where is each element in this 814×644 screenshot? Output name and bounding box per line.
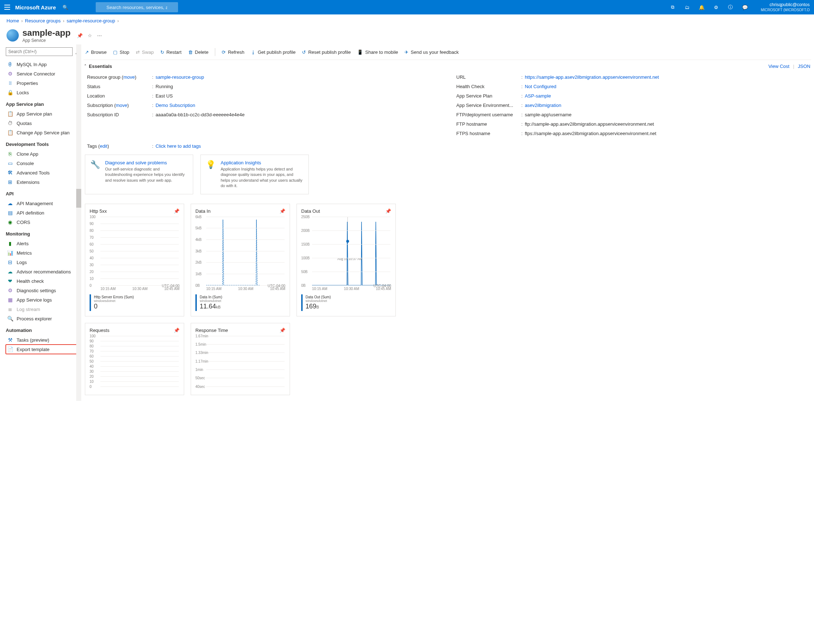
json-link[interactable]: JSON (798, 64, 810, 69)
tile-responsetime[interactable]: Response Time📌 40sec50sec1min1.17min1.33… (191, 323, 290, 395)
clone-app-icon: ⎘ (7, 151, 13, 157)
crumb-rg[interactable]: Resource groups (25, 18, 61, 23)
getpublish-button[interactable]: ⭳Get publish profile (251, 49, 296, 55)
sidebar-item-label: Export template (17, 347, 49, 352)
service-connector-icon: ⚙ (7, 71, 13, 77)
sidebar-item-advisor-recommendations[interactable]: ☁Advisor recommendations (6, 267, 80, 276)
sidebar-item-advanced-tools[interactable]: 🛠Advanced Tools (6, 168, 80, 177)
search-icon: 🔍 (63, 5, 68, 10)
notifications-icon[interactable]: 🔔 (694, 0, 709, 14)
menu-search-input[interactable] (6, 47, 73, 56)
pin-icon[interactable]: 📌 (385, 209, 391, 214)
sidebar-item-process-explorer[interactable]: 🔍Process explorer (6, 314, 80, 323)
sidebar-item-properties[interactable]: ⁝⁞Properties (6, 78, 80, 88)
tile-http5xx[interactable]: Http 5xx📌 0102030405060708090100 10:15 A… (85, 204, 184, 316)
pin-icon[interactable]: 📌 (174, 209, 179, 214)
sidebar-item-label: Quotas (17, 121, 32, 126)
plan-link[interactable]: ASP-sample (525, 93, 551, 99)
sidebar-item-service-connector[interactable]: ⚙Service Connector (6, 69, 80, 78)
sidebar-item-app-service-plan[interactable]: 📋App Service plan (6, 109, 80, 118)
y-tick: 10 (90, 379, 94, 383)
account-block[interactable]: chrisqpublic@contos MICROSOFT (MICROSOFT… (756, 2, 810, 13)
resetpublish-button[interactable]: ↺Reset publish profile (302, 49, 351, 55)
y-tick: 50 (90, 359, 94, 363)
sidebar-item-diagnostic-settings[interactable]: ⚙Diagnostic settings (6, 286, 80, 295)
crumb-home[interactable]: Home (6, 18, 19, 23)
sidebar-item-quotas[interactable]: ⏱Quotas (6, 118, 80, 128)
crumb-rgname[interactable]: sample-resource-group (66, 18, 115, 23)
y-tick: 70 (90, 349, 94, 353)
sidebar-item-mysql-in-app[interactable]: 🛢MySQL In App (6, 60, 80, 69)
sidebar-item-console[interactable]: ▭Console (6, 159, 80, 168)
sidebar-item-api-management[interactable]: ☁API Management (6, 199, 80, 208)
tile-datain[interactable]: Data In📌 0B1kB2kB3kB4kB5kB6kB 10:15 AM10… (191, 204, 290, 316)
feedback-button[interactable]: ✈Send us your feedback (405, 49, 458, 55)
menu-cat-auto: Automation (6, 328, 80, 333)
subscription-link[interactable]: Demo Subscription (156, 103, 195, 108)
tags-add-link[interactable]: Click here to add tags (156, 143, 201, 149)
sidebar-item-label: Console (17, 161, 34, 166)
ftpshost-value: ftps://sample-app.asev2ilbmigration.apps… (525, 130, 811, 137)
ftphost-value: ftp://sample-app.asev2ilbmigration.appse… (525, 121, 811, 128)
appinsights-card[interactable]: 💡 Application InsightsApplication Insigh… (201, 155, 309, 194)
menu-toggle[interactable] (4, 5, 10, 10)
viewcost-link[interactable]: View Cost (768, 64, 789, 69)
pin-icon[interactable]: 📌 (77, 33, 83, 38)
locks-icon: 🔒 (7, 90, 13, 95)
topbar: Microsoft Azure 🔍 ⧉ 🗂 🔔 ⚙ ⓘ 💬 chrisqpubl… (0, 0, 814, 14)
directories-icon[interactable]: 🗂 (680, 0, 694, 14)
diagnose-card[interactable]: 🔧 Diagnose and solve problemsOur self-se… (85, 155, 193, 194)
favorite-icon[interactable]: ☆ (88, 33, 92, 38)
url-link[interactable]: https://sample-app.asev2ilbmigration.app… (525, 74, 659, 80)
sidebar-item-alerts[interactable]: ▮Alerts (6, 239, 80, 248)
y-tick: 0B (195, 283, 200, 287)
y-tick: 20 (90, 270, 94, 273)
tile-title: Http 5xx (90, 209, 107, 214)
app-service-plan-icon: 📋 (7, 111, 13, 117)
healthcheck-link[interactable]: Not Configured (525, 84, 556, 89)
sidebar-item-export-template[interactable]: 📄Export template (6, 345, 80, 354)
sidebar-scrollbar[interactable] (76, 44, 81, 401)
sidebar-item-tasks-preview-[interactable]: ⚒Tasks (preview) (6, 335, 80, 345)
y-tick: 0 (90, 283, 92, 287)
wrench-icon: 🔧 (90, 160, 100, 169)
sidebar-item-extensions[interactable]: ⊞Extensions (6, 177, 80, 187)
y-tick: 100 (90, 215, 96, 219)
sidebar-item-change-app-service-plan[interactable]: 📋Change App Service plan (6, 128, 80, 137)
restart-button[interactable]: ↻Restart (160, 49, 182, 55)
sidebar-item-clone-app[interactable]: ⎘Clone App (6, 149, 80, 159)
ftpuser-value: sample-app\username (525, 111, 811, 118)
tile-requests[interactable]: Requests📌 0102030405060708090100 (85, 323, 184, 395)
more-icon[interactable]: ⋯ (97, 33, 102, 38)
feedback-icon[interactable]: 💬 (738, 0, 752, 14)
sidebar-item-api-definition[interactable]: ▤API definition (6, 208, 80, 218)
pin-icon[interactable]: 📌 (279, 209, 285, 214)
extensions-icon: ⊞ (7, 179, 13, 185)
resourcegroup-link[interactable]: sample-resource-group (156, 74, 204, 80)
global-search-input[interactable] (96, 2, 178, 12)
rg-move-link[interactable]: move (123, 74, 135, 80)
tile-dataout[interactable]: Data Out📌 Aug 15 10:37 AM 0B50B100B150B2… (296, 204, 396, 316)
essentials-toggle[interactable]: ˄Essentials (84, 64, 112, 69)
stop-icon: ▢ (113, 49, 117, 55)
sidebar-item-locks[interactable]: 🔒Locks (6, 88, 80, 97)
cloudshell-icon[interactable]: ⧉ (665, 0, 680, 14)
sidebar-item-app-service-logs[interactable]: ▦App Service logs (6, 295, 80, 305)
pin-icon[interactable]: 📌 (279, 328, 285, 333)
share-button[interactable]: 📱Share to mobile (357, 49, 398, 55)
browse-button[interactable]: ↗Browse (85, 49, 107, 55)
refresh-button[interactable]: ⟳Refresh (222, 49, 244, 55)
stop-button[interactable]: ▢Stop (113, 49, 129, 55)
sidebar-item-metrics[interactable]: 📊Metrics (6, 248, 80, 258)
sub-move-link[interactable]: move (116, 103, 127, 108)
ase-link[interactable]: asev2ilbmigration (525, 103, 561, 108)
pin-icon[interactable]: 📌 (174, 328, 179, 333)
tags-edit-link[interactable]: edit (100, 143, 107, 149)
help-icon[interactable]: ⓘ (724, 0, 738, 14)
settings-icon[interactable]: ⚙ (709, 0, 724, 14)
sidebar-item-cors[interactable]: ◉CORS (6, 218, 80, 227)
sidebar-item-health-check[interactable]: ❤Health check (6, 276, 80, 286)
location-value: East US (156, 92, 442, 100)
delete-button[interactable]: 🗑Delete (188, 49, 209, 55)
sidebar-item-logs[interactable]: ⊟Logs (6, 258, 80, 267)
